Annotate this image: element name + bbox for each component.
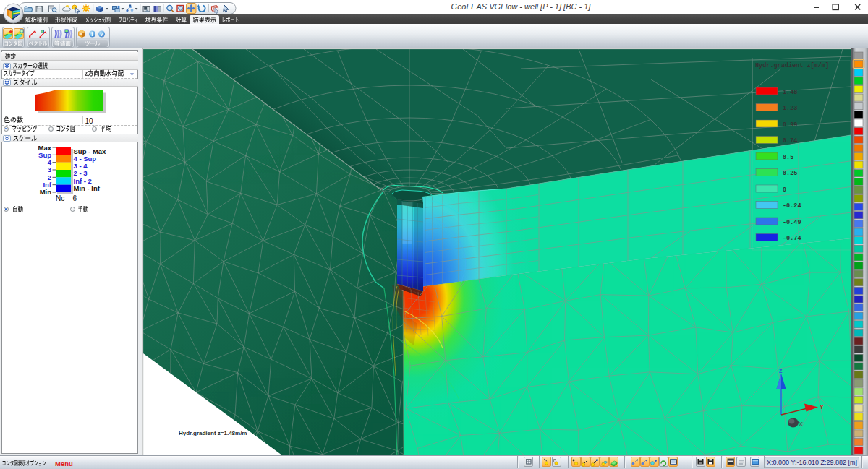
svg-text:Nc = 6: Nc = 6 [56, 194, 77, 202]
svg-text:0.74: 0.74 [783, 137, 797, 145]
svg-text:Hydr.gradient z=1.48m/m: Hydr.gradient z=1.48m/m [179, 430, 247, 436]
svg-text:0.5: 0.5 [783, 154, 793, 161]
svg-text:Y: Y [820, 403, 824, 410]
svg-text:z: z [779, 367, 783, 374]
svg-text:-0.49: -0.49 [783, 219, 801, 226]
svg-text:?: ? [100, 31, 103, 38]
svg-text:0.99: 0.99 [783, 121, 797, 129]
svg-text:Min: Min [40, 188, 52, 196]
svg-text:-0.74: -0.74 [783, 235, 801, 242]
svg-text:0.25: 0.25 [783, 170, 797, 177]
svg-text:-0.24: -0.24 [783, 202, 801, 210]
svg-text:0: 0 [783, 186, 786, 194]
svg-text:Min - Inf: Min - Inf [74, 184, 101, 192]
svg-text:1.23: 1.23 [783, 105, 797, 112]
svg-text:X: X [799, 421, 803, 428]
svg-text:Hydr.gradient z[m/m]: Hydr.gradient z[m/m] [755, 62, 829, 69]
svg-text:1.48: 1.48 [783, 89, 797, 96]
